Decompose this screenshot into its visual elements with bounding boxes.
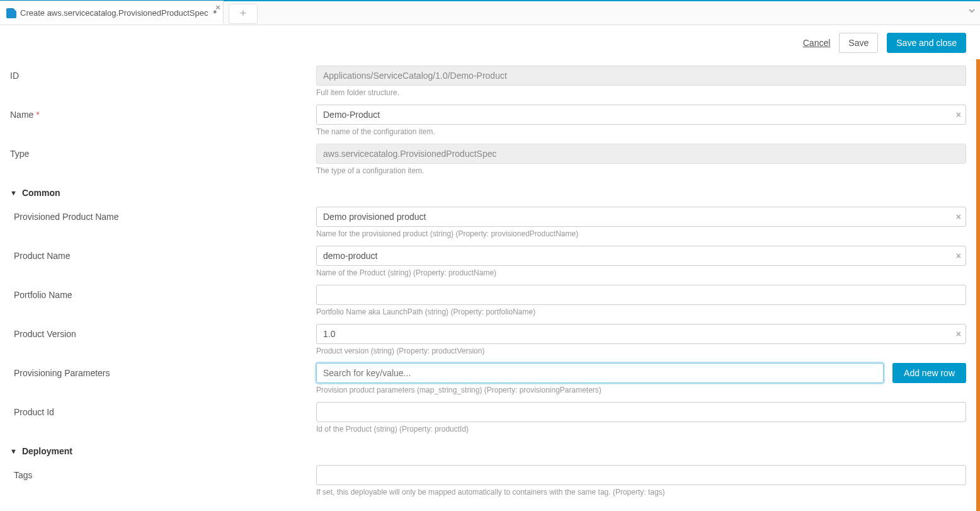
add-new-row-button[interactable]: Add new row (892, 363, 966, 383)
name-hint: The name of the configuration item. (316, 127, 966, 136)
provisioned-product-name-input[interactable] (316, 207, 966, 227)
close-tab-icon[interactable]: × (215, 3, 220, 12)
product-id-label: Product Id (10, 402, 316, 417)
provisioned-product-name-hint: Name for the provisioned product (string… (316, 229, 966, 238)
clear-name-icon[interactable]: × (956, 110, 961, 120)
type-label: Type (10, 144, 316, 159)
field-product-id: Product Id Id of the Product (string) (P… (10, 398, 966, 437)
product-version-hint: Product version (string) (Property: prod… (316, 347, 966, 355)
provisioned-product-name-label: Provisioned Product Name (10, 207, 316, 222)
tab-create-spec[interactable]: Create aws.servicecatalog.ProvisionedPro… (0, 1, 224, 25)
field-product-version: Product Version × Product version (strin… (10, 320, 966, 359)
product-id-input[interactable] (316, 402, 966, 422)
field-provisioning-parameters: Provisioning Parameters Add new row Prov… (10, 359, 966, 398)
clear-product-version-icon[interactable]: × (956, 329, 961, 339)
provisioning-parameters-hint: Provision product parameters (map_string… (316, 386, 966, 394)
expand-tabs-icon[interactable] (967, 6, 976, 17)
add-tab-button[interactable]: + (229, 4, 258, 24)
action-bar: Cancel Save Save and close (0, 25, 980, 59)
product-id-hint: Id of the Product (string) (Property: pr… (316, 425, 966, 433)
field-product-name: Product Name × Name of the Product (stri… (10, 242, 966, 281)
portfolio-name-label: Portfolio Name (10, 285, 316, 300)
field-provisioned-product-name: Provisioned Product Name × Name for the … (10, 203, 966, 242)
section-common-title: Common (22, 188, 60, 198)
tags-hint: If set, this deployable will only be map… (316, 488, 966, 497)
name-input[interactable] (316, 105, 966, 125)
id-label: ID (10, 66, 316, 81)
document-icon (6, 8, 16, 18)
field-name: Name * × The name of the configuration i… (10, 101, 966, 140)
portfolio-name-input[interactable] (316, 285, 966, 305)
section-deployment-body: Tags If set, this deployable will only b… (10, 461, 966, 500)
field-portfolio-name: Portfolio Name Portfolio Name aka Launch… (10, 281, 966, 320)
section-output-header[interactable]: ▼ Output (10, 503, 966, 511)
name-label: Name (10, 110, 33, 120)
provisioning-parameters-search-input[interactable] (316, 363, 884, 383)
form-container: ID Full item folder structure. Name * × … (0, 59, 980, 511)
chevron-down-icon: ▼ (10, 447, 17, 455)
product-version-label: Product Version (10, 324, 316, 339)
product-name-input[interactable] (316, 246, 966, 266)
tags-label: Tags (10, 465, 316, 480)
section-common-header[interactable]: ▼ Common (10, 181, 966, 203)
product-name-label: Product Name (10, 246, 316, 261)
field-tags: Tags If set, this deployable will only b… (10, 461, 966, 500)
section-deployment-header[interactable]: ▼ Deployment (10, 440, 966, 461)
cancel-button[interactable]: Cancel (803, 38, 831, 48)
save-button[interactable]: Save (839, 33, 878, 53)
required-star-icon: * (36, 110, 39, 120)
provisioning-parameters-label: Provisioning Parameters (10, 363, 316, 378)
tab-title: Create aws.servicecatalog.ProvisionedPro… (20, 8, 208, 18)
id-input (316, 66, 966, 86)
portfolio-name-hint: Portfolio Name aka LaunchPath (string) (… (316, 307, 966, 316)
clear-product-name-icon[interactable]: × (956, 251, 961, 261)
section-deployment-title: Deployment (22, 446, 72, 456)
field-id: ID Full item folder structure. (10, 62, 966, 101)
clear-provisioned-product-name-icon[interactable]: × (956, 212, 961, 222)
field-type: Type The type of a configuration item. (10, 140, 966, 179)
chevron-down-icon: ▼ (10, 189, 17, 197)
id-hint: Full item folder structure. (316, 88, 966, 97)
type-input (316, 144, 966, 164)
section-common-body: Provisioned Product Name × Name for the … (10, 203, 966, 437)
product-name-hint: Name of the Product (string) (Property: … (316, 268, 966, 277)
product-version-input[interactable] (316, 324, 966, 344)
right-accent-bar (976, 59, 980, 511)
type-hint: The type of a configuration item. (316, 166, 966, 175)
save-and-close-button[interactable]: Save and close (887, 33, 966, 53)
tabs-bar: Create aws.servicecatalog.ProvisionedPro… (0, 1, 980, 25)
tags-input[interactable] (316, 465, 966, 485)
